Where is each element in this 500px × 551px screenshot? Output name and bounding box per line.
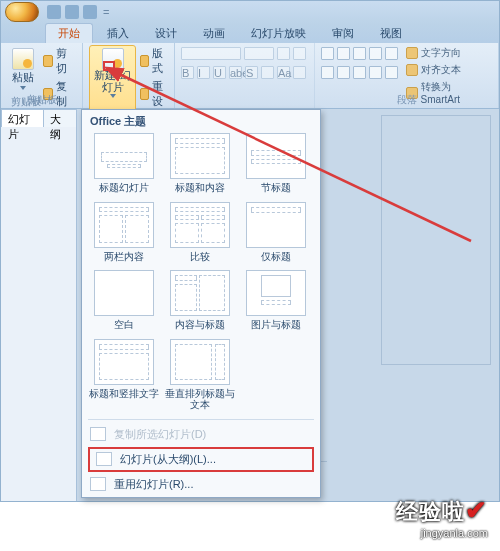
layout-label: 标题幻灯片 — [99, 182, 149, 194]
char-spacing-icon[interactable] — [261, 66, 274, 79]
text-dir-label: 文字方向 — [421, 46, 461, 60]
check-icon: ✔ — [465, 495, 488, 525]
align-right-icon[interactable] — [353, 66, 366, 79]
group-font: B I U abe S Aa — [175, 43, 315, 108]
layout-section-header[interactable]: 节标题 — [238, 131, 314, 200]
qat-sep: = — [103, 6, 109, 18]
layout-title-only[interactable]: 仅标题 — [238, 200, 314, 269]
layout-button[interactable]: 版式 — [138, 45, 168, 77]
underline-icon[interactable]: U — [213, 66, 226, 79]
chevron-down-icon[interactable] — [18, 86, 28, 91]
bold-icon[interactable]: B — [181, 66, 194, 79]
layout-label: 垂直排列标题与文本 — [162, 388, 238, 411]
watermark-brand: 经验啦 — [396, 499, 465, 524]
bullets-icon[interactable] — [321, 47, 334, 60]
separator — [88, 419, 314, 420]
menu-reuse-slides[interactable]: 重用幻灯片(R)... — [82, 472, 320, 497]
group-paragraph: 文字方向 对齐文本 转换为 SmartArt 段落 — [315, 43, 499, 108]
watermark-url: jingyanla.com — [396, 527, 488, 539]
align-text-button[interactable]: 对齐文本 — [404, 62, 492, 78]
qat-redo-icon[interactable] — [83, 5, 97, 19]
gallery-title: Office 主题 — [82, 110, 320, 131]
tab-design[interactable]: 设计 — [143, 24, 189, 43]
slide-canvas-fragment — [381, 115, 491, 365]
layout-label: 比较 — [190, 251, 210, 263]
dec-indent-icon[interactable] — [353, 47, 366, 60]
layout-blank[interactable]: 空白 — [86, 268, 162, 337]
app-window: = 开始 插入 设计 动画 幻灯片放映 审阅 视图 粘贴 剪切 复制 格式刷 — [0, 0, 500, 502]
qat-undo-icon[interactable] — [65, 5, 79, 19]
reset-button[interactable]: 重设 — [138, 78, 168, 110]
titlebar: = — [1, 1, 499, 23]
align-text-label: 对齐文本 — [421, 63, 461, 77]
layout-content-caption[interactable]: 内容与标题 — [162, 268, 238, 337]
columns-icon[interactable] — [385, 66, 398, 79]
numbering-icon[interactable] — [337, 47, 350, 60]
tab-outline-panel[interactable]: 大纲 — [43, 109, 77, 127]
menu-slides-from-outline[interactable]: 幻灯片(从大纲)(L)... — [88, 447, 314, 472]
watermark: 经验啦✔ jingyanla.com — [396, 495, 488, 539]
inc-indent-icon[interactable] — [369, 47, 382, 60]
left-pane-tabs: 幻灯片 大纲 — [1, 109, 76, 127]
tab-view[interactable]: 视图 — [368, 24, 414, 43]
highlight-dropdown-arrow — [103, 61, 115, 71]
tab-anim[interactable]: 动画 — [191, 24, 237, 43]
qat-save-icon[interactable] — [47, 5, 61, 19]
tab-review[interactable]: 审阅 — [320, 24, 366, 43]
group-label-paragraph: 段落 — [315, 93, 498, 107]
duplicate-icon — [90, 427, 106, 441]
align-center-icon[interactable] — [337, 66, 350, 79]
text-direction-button[interactable]: 文字方向 — [404, 45, 492, 61]
layout-label: 内容与标题 — [175, 319, 225, 331]
shrink-font-icon[interactable] — [293, 47, 306, 60]
reuse-icon — [90, 477, 106, 491]
layout-comparison[interactable]: 比较 — [162, 200, 238, 269]
text-direction-icon — [406, 47, 418, 59]
gallery-grid: 标题幻灯片 标题和内容 节标题 两栏内容 比较 仅标题 空白 内容与标题 图片与… — [82, 131, 320, 417]
layout-title-vertical-text[interactable]: 标题和竖排文字 — [86, 337, 162, 417]
layout-picture-caption[interactable]: 图片与标题 — [238, 268, 314, 337]
menu-duplicate-slide: 复制所选幻灯片(D) — [82, 422, 320, 447]
justify-icon[interactable] — [369, 66, 382, 79]
layout-label: 空白 — [114, 319, 134, 331]
tab-home[interactable]: 开始 — [45, 23, 93, 43]
ribbon: 粘贴 剪切 复制 格式刷 剪贴板 新建 幻灯片 版式 — [1, 43, 499, 109]
new-slide-label: 新建 幻灯片 — [94, 70, 131, 93]
outline-icon — [96, 452, 112, 466]
menu-label: 幻灯片(从大纲)(L)... — [120, 452, 216, 467]
cut-icon — [43, 55, 53, 67]
menu-label: 复制所选幻灯片(D) — [114, 427, 206, 442]
layout-vertical-title-text[interactable]: 垂直排列标题与文本 — [162, 337, 238, 417]
office-button[interactable] — [5, 2, 39, 22]
layout-label: 版式 — [152, 46, 166, 76]
chevron-down-icon[interactable] — [108, 94, 118, 99]
layout-label: 标题和竖排文字 — [89, 388, 159, 400]
line-spacing-icon[interactable] — [385, 47, 398, 60]
left-pane: 幻灯片 大纲 — [1, 109, 77, 501]
tab-slideshow[interactable]: 幻灯片放映 — [239, 24, 318, 43]
font-color-icon[interactable] — [293, 66, 306, 79]
font-family-combo[interactable] — [181, 47, 241, 60]
layout-two-content[interactable]: 两栏内容 — [86, 200, 162, 269]
layout-label: 仅标题 — [261, 251, 291, 263]
layout-label: 两栏内容 — [104, 251, 144, 263]
tab-slides-panel[interactable]: 幻灯片 — [1, 109, 44, 127]
italic-icon[interactable]: I — [197, 66, 210, 79]
align-text-icon — [406, 64, 418, 76]
tab-insert[interactable]: 插入 — [95, 24, 141, 43]
layout-label: 标题和内容 — [175, 182, 225, 194]
slide-area: Office 主题 标题幻灯片 标题和内容 节标题 两栏内容 比较 仅标题 空白… — [77, 109, 499, 501]
shadow-icon[interactable]: S — [245, 66, 258, 79]
layout-title-slide[interactable]: 标题幻灯片 — [86, 131, 162, 200]
font-size-combo[interactable] — [244, 47, 274, 60]
cut-button[interactable]: 剪切 — [41, 45, 76, 77]
grow-font-icon[interactable] — [277, 47, 290, 60]
layout-title-content[interactable]: 标题和内容 — [162, 131, 238, 200]
align-left-icon[interactable] — [321, 66, 334, 79]
quick-access-toolbar — [47, 5, 97, 19]
group-label-clipboard2: 剪贴板 — [11, 95, 41, 109]
strike-icon[interactable]: abe — [229, 66, 242, 79]
cut-label: 剪切 — [56, 46, 74, 76]
layout-label: 节标题 — [261, 182, 291, 194]
change-case-icon[interactable]: Aa — [277, 66, 290, 79]
